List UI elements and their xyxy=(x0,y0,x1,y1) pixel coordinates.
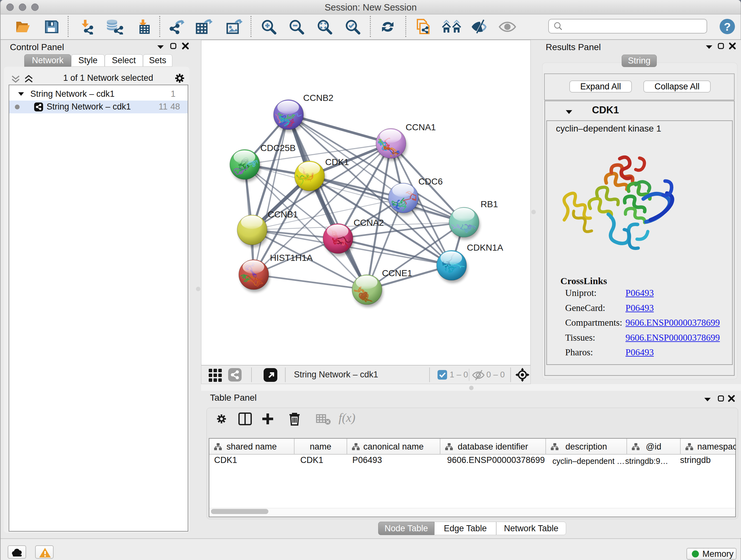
svg-text:CCNE1: CCNE1 xyxy=(382,268,412,278)
svg-text:CDKN1A: CDKN1A xyxy=(467,243,503,253)
svg-text:HIST1H1A: HIST1H1A xyxy=(270,253,313,263)
svg-text:CCNB1: CCNB1 xyxy=(268,209,298,219)
svg-text:?: ? xyxy=(724,20,731,33)
svg-text:RB1: RB1 xyxy=(481,199,498,209)
svg-text:CDK1: CDK1 xyxy=(325,157,349,167)
svg-text:CCNA1: CCNA1 xyxy=(406,122,436,132)
svg-text:CDC25B: CDC25B xyxy=(260,143,295,153)
svg-text:CCNB2: CCNB2 xyxy=(303,93,333,103)
svg-text:CDC6: CDC6 xyxy=(418,177,443,186)
svg-text:CCNA2: CCNA2 xyxy=(354,218,384,228)
